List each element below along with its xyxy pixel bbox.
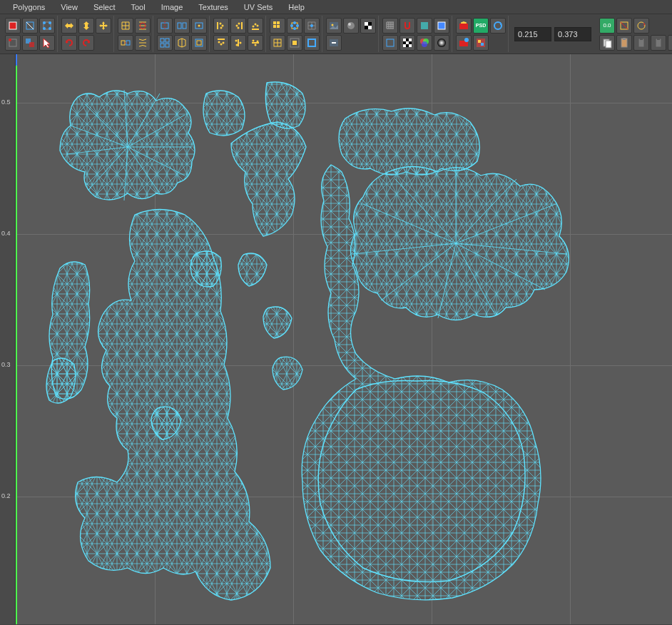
menu-view[interactable]: View (54, 1, 85, 13)
menu-help[interactable]: Help (281, 1, 312, 13)
frame-button[interactable] (304, 35, 320, 51)
select-shell-button[interactable] (22, 35, 38, 51)
split-button[interactable] (174, 18, 190, 34)
shade-button[interactable] (417, 18, 432, 34)
align-min-v-button[interactable] (248, 18, 263, 34)
menu-image[interactable]: Image (154, 1, 190, 13)
image-swap-button[interactable] (326, 35, 342, 51)
svg-rect-13 (126, 41, 130, 45)
copy-uv-reset-button[interactable]: 0.0 (599, 18, 615, 34)
flip-u-button[interactable] (61, 18, 77, 34)
rotate-ccw-button[interactable] (78, 35, 94, 51)
pixel-snap-button[interactable] (270, 35, 285, 51)
menu-tool[interactable]: Tool (124, 1, 153, 13)
menu-textures[interactable]: Textures (191, 1, 235, 13)
select-vertex-button[interactable] (5, 35, 21, 51)
svg-point-80 (422, 41, 427, 47)
uv-viewport[interactable]: 0.5 0.4 0.3 0.2 (0, 54, 672, 624)
isolate-button[interactable] (287, 35, 302, 51)
align-max-u-button[interactable] (230, 18, 246, 34)
toolbar: PSD 0.0 ▴ ◂ 0.10 ▸ ▾ (0, 14, 672, 54)
select-edge-button[interactable] (22, 18, 38, 34)
group-bake: PSD (454, 16, 509, 52)
svg-point-85 (464, 38, 469, 42)
svg-rect-45 (273, 25, 276, 28)
menu-bar: Polygons View Select Tool Image Textures… (0, 0, 672, 14)
image-button[interactable] (326, 18, 342, 34)
toggle-grid-button[interactable] (382, 18, 398, 34)
bake-opts-button[interactable] (456, 35, 472, 51)
checker-small-button[interactable] (360, 18, 376, 34)
relax-button[interactable] (135, 35, 151, 51)
smudge-button[interactable] (135, 18, 151, 34)
svg-rect-55 (292, 41, 297, 45)
svg-rect-61 (365, 22, 368, 26)
flip-v-button[interactable] (78, 18, 94, 34)
normalize-button[interactable] (191, 35, 207, 51)
svg-rect-64 (368, 26, 372, 29)
svg-point-83 (494, 22, 502, 29)
snap-point-button[interactable] (287, 18, 302, 34)
svg-point-26 (222, 24, 224, 26)
select-uv-button[interactable] (39, 18, 55, 34)
cycle-uv-button[interactable] (633, 18, 649, 34)
grid-button[interactable] (270, 18, 285, 34)
update-psd-button[interactable] (490, 18, 506, 34)
rgb-button[interactable] (417, 35, 432, 51)
sew-button[interactable] (191, 18, 207, 34)
svg-rect-73 (406, 41, 409, 44)
align-center-v-button[interactable] (248, 35, 263, 51)
svg-rect-15 (178, 23, 181, 29)
select-face-button[interactable] (5, 18, 21, 34)
cut-button[interactable] (157, 18, 173, 34)
snap-toggle-button[interactable] (399, 18, 415, 34)
move-sew-button[interactable] (118, 35, 133, 51)
ruler-vertical: 0.5 0.4 0.3 0.2 (0, 54, 16, 624)
svg-point-40 (253, 39, 255, 41)
checker-button[interactable] (399, 35, 415, 51)
svg-point-8 (9, 39, 11, 41)
svg-rect-62 (368, 22, 372, 26)
alpha-button[interactable] (434, 35, 449, 51)
align-center-u-button[interactable] (230, 35, 246, 51)
group-selection-modes (3, 16, 58, 52)
svg-point-35 (220, 43, 223, 45)
menu-uvsets[interactable]: UV Sets (237, 1, 280, 13)
svg-rect-12 (121, 41, 125, 45)
group-display (380, 16, 452, 52)
texture-border-button[interactable] (382, 35, 398, 51)
menu-select[interactable]: Select (86, 1, 123, 13)
svg-point-5 (43, 27, 46, 30)
u-coord-input[interactable] (514, 27, 551, 41)
align-max-v-button[interactable] (213, 35, 229, 51)
paste-button[interactable] (616, 35, 632, 51)
layout-button[interactable] (157, 35, 173, 51)
select-cursor-button[interactable] (39, 35, 55, 51)
bake-button[interactable] (456, 18, 472, 34)
unfold-button[interactable] (174, 35, 190, 51)
snap-grid-button[interactable] (304, 18, 320, 34)
svg-rect-56 (308, 39, 315, 46)
svg-rect-88 (481, 43, 484, 46)
dim-button[interactable] (343, 18, 359, 34)
nudge-opts-button[interactable] (668, 35, 672, 51)
svg-rect-22 (166, 44, 169, 47)
coord-inputs (510, 27, 596, 41)
copy-button[interactable] (599, 35, 615, 51)
paste-u-button[interactable] (633, 35, 649, 51)
svg-point-81 (437, 39, 446, 47)
paste-uv-reset-button[interactable] (616, 18, 632, 34)
svg-point-37 (235, 39, 238, 41)
border-button[interactable] (434, 18, 449, 34)
v-coord-input[interactable] (554, 27, 591, 41)
menu-polygons[interactable]: Polygons (6, 1, 52, 13)
psd-button[interactable]: PSD (473, 18, 489, 34)
svg-point-33 (257, 24, 259, 26)
paste-v-button[interactable] (651, 35, 666, 51)
lattice-button[interactable] (118, 18, 133, 34)
align-min-u-button[interactable] (213, 18, 229, 34)
distortion-button[interactable] (473, 35, 489, 51)
move-uv-button[interactable] (96, 18, 111, 34)
rotate-cw-button[interactable] (61, 35, 77, 51)
svg-rect-82 (459, 24, 468, 29)
